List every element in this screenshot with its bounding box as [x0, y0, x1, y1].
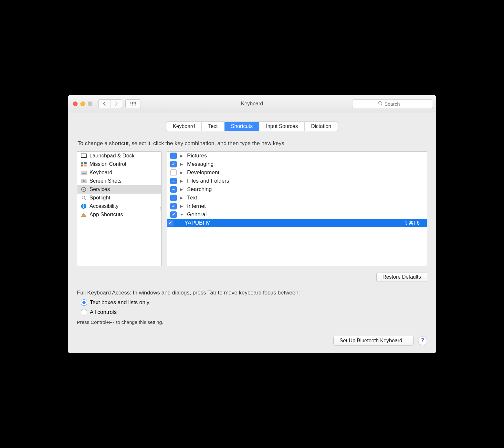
svg-point-8 — [131, 105, 131, 106]
tab-bar: Keyboard Text Shortcuts Input Sources Di… — [77, 122, 427, 131]
service-group-development[interactable]: ▶ Development — [167, 168, 427, 177]
launchpad-icon — [80, 153, 87, 159]
disclosure-icon[interactable]: ▶ — [180, 187, 184, 192]
svg-point-9 — [132, 105, 133, 106]
app-shortcuts-icon — [80, 211, 87, 218]
sidebar-item-keyboard[interactable]: Keyboard — [77, 168, 161, 177]
shortcut-value[interactable]: ⇧⌘F6 — [404, 220, 424, 226]
sidebar-item-label: Services — [89, 186, 110, 192]
svg-point-1 — [132, 102, 133, 103]
tab-shortcuts[interactable]: Shortcuts — [224, 122, 259, 131]
spotlight-icon — [80, 195, 87, 201]
radio-all-controls[interactable]: All controls — [81, 309, 427, 315]
disclosure-icon[interactable]: ▶ — [180, 204, 184, 208]
sidebar-item-label: App Shortcuts — [89, 211, 123, 218]
group-label: Pictures — [187, 153, 207, 159]
svg-rect-21 — [82, 173, 86, 174]
sidebar-item-label: Keyboard — [89, 169, 112, 176]
tab-keyboard[interactable]: Keyboard — [166, 122, 202, 131]
sidebar-item-spotlight[interactable]: Spotlight — [77, 194, 161, 202]
show-all-button[interactable] — [125, 99, 141, 108]
checkbox-checked[interactable]: ✓ — [170, 211, 177, 218]
service-group-messaging[interactable]: ✓ ▶ Messaging — [167, 160, 427, 168]
forward-button[interactable] — [110, 100, 122, 108]
svg-point-5 — [132, 103, 133, 104]
category-list[interactable]: Launchpad & Dock Mission Control Keyboar… — [77, 151, 162, 266]
svg-point-25 — [83, 189, 84, 190]
radio-button[interactable] — [81, 299, 87, 306]
radio-label: All controls — [90, 309, 117, 315]
svg-point-29 — [83, 204, 84, 206]
search-field[interactable] — [352, 99, 433, 108]
tab-text[interactable]: Text — [201, 122, 224, 131]
service-group-pictures[interactable]: – ▶ Pictures — [167, 152, 427, 160]
checkbox-mixed[interactable]: – — [170, 178, 177, 184]
zoom-button[interactable] — [88, 101, 92, 106]
service-group-text[interactable]: – ▶ Text — [167, 194, 427, 202]
search-icon — [378, 101, 383, 107]
bluetooth-keyboard-button[interactable]: Set Up Bluetooth Keyboard… — [333, 336, 414, 346]
nav-buttons — [98, 99, 122, 108]
checkbox-checked[interactable]: ✓ — [170, 161, 177, 167]
group-label: Messaging — [187, 161, 214, 167]
disclosure-icon[interactable]: ▶ — [180, 162, 184, 166]
checkbox-mixed[interactable]: – — [170, 195, 177, 201]
service-group-searching[interactable]: – ▶ Searching — [167, 185, 427, 194]
tab-input-sources[interactable]: Input Sources — [259, 122, 304, 131]
service-group-general[interactable]: ✓ ▼ General — [167, 210, 427, 219]
disclosure-icon[interactable]: ▶ — [180, 179, 184, 183]
service-group-internet[interactable]: ✓ ▶ Internet — [167, 202, 427, 210]
tab-dictation[interactable]: Dictation — [304, 122, 338, 131]
minimize-button[interactable] — [80, 101, 85, 106]
sidebar-item-app-shortcuts[interactable]: App Shortcuts — [77, 210, 161, 219]
sidebar-item-screenshots[interactable]: Screen Shots — [77, 177, 161, 185]
checkbox-mixed[interactable]: – — [170, 186, 177, 193]
disclosure-icon[interactable]: ▼ — [180, 212, 184, 217]
fka-hint: Press Control+F7 to change this setting. — [77, 319, 427, 325]
sidebar-item-label: Screen Shots — [89, 178, 121, 184]
radio-text-boxes[interactable]: Text boxes and lists only — [81, 299, 427, 306]
svg-point-12 — [379, 101, 382, 104]
instruction-text: To change a shortcut, select it, click t… — [78, 140, 427, 147]
group-label: Files and Folders — [187, 178, 229, 184]
checkbox-checked[interactable]: ✓ — [167, 220, 173, 226]
svg-point-23 — [83, 180, 85, 182]
checkbox-mixed[interactable]: – — [170, 153, 177, 159]
sidebar-item-launchpad[interactable]: Launchpad & Dock — [77, 152, 161, 160]
sidebar-item-label: Launchpad & Dock — [89, 153, 134, 159]
help-button[interactable]: ? — [418, 336, 427, 345]
service-item-selected[interactable]: ✓ YAPUBFM ⇧⌘F6 — [167, 219, 427, 227]
service-label: YAPUBFM — [184, 220, 211, 226]
sidebar-item-services[interactable]: Services — [77, 185, 161, 194]
svg-point-26 — [82, 196, 85, 199]
svg-point-3 — [135, 102, 136, 103]
mission-control-icon — [80, 161, 87, 167]
window-controls — [73, 101, 92, 106]
search-input[interactable] — [384, 101, 407, 107]
pane-resize-handle[interactable] — [160, 207, 162, 211]
radio-button[interactable] — [81, 309, 87, 315]
camera-icon — [80, 178, 87, 184]
gear-icon — [80, 186, 87, 193]
sidebar-item-mission-control[interactable]: Mission Control — [77, 160, 161, 168]
service-group-files[interactable]: – ▶ Files and Folders — [167, 177, 427, 185]
services-list[interactable]: – ▶ Pictures ✓ ▶ Messaging ▶ Development… — [167, 151, 427, 266]
close-button[interactable] — [73, 101, 78, 106]
sidebar-item-accessibility[interactable]: Accessibility — [77, 202, 161, 210]
disclosure-icon[interactable]: ▶ — [180, 154, 184, 158]
back-button[interactable] — [99, 100, 110, 108]
svg-rect-17 — [84, 162, 87, 164]
sidebar-item-label: Accessibility — [89, 203, 119, 209]
restore-defaults-button[interactable]: Restore Defaults — [376, 272, 427, 282]
svg-point-7 — [135, 103, 136, 104]
svg-rect-19 — [84, 165, 87, 166]
group-label: Internet — [187, 203, 206, 209]
checkbox-unchecked[interactable] — [170, 169, 177, 176]
keyboard-icon — [80, 169, 87, 176]
disclosure-icon[interactable]: ▶ — [180, 196, 184, 200]
fka-heading: Full Keyboard Access: In windows and dia… — [77, 290, 427, 296]
disclosure-icon[interactable]: ▶ — [180, 170, 184, 175]
sidebar-item-label: Spotlight — [89, 195, 110, 201]
checkbox-checked[interactable]: ✓ — [170, 203, 177, 209]
svg-point-0 — [131, 102, 131, 103]
